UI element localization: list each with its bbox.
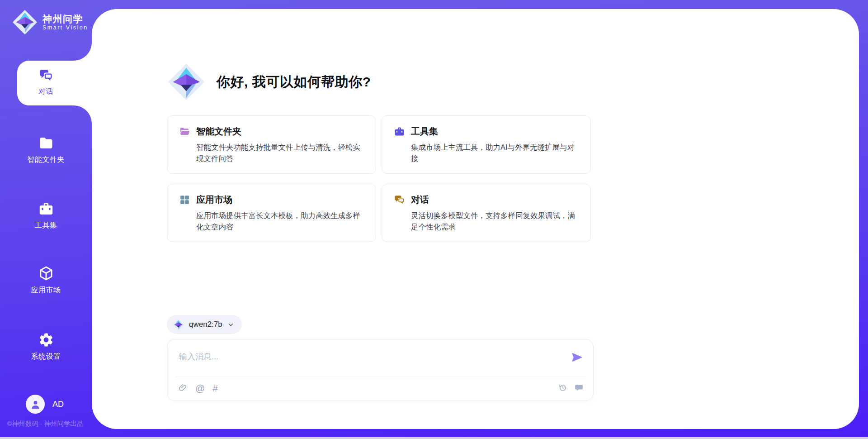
sidebar-item-label: 对话 <box>38 87 53 96</box>
card-title: 对话 <box>411 194 429 206</box>
card-smart-folders[interactable]: 智能文件夹 智能文件夹功能支持批量文件上传与清洗，轻松实现文件问答 <box>167 115 376 174</box>
model-gem-icon <box>172 319 184 331</box>
feature-cards: 智能文件夹 智能文件夹功能支持批量文件上传与清洗，轻松实现文件问答 工具集 集成… <box>167 115 591 242</box>
model-name: qwen2:7b <box>189 320 222 329</box>
sidebar-item-settings[interactable]: 系统设置 <box>0 332 92 362</box>
mention-icon[interactable]: @ <box>195 383 205 393</box>
card-description: 集成市场上主流工具，助力AI与外界无缝扩展与对接 <box>411 142 579 164</box>
card-app-market[interactable]: 应用市场 应用市场提供丰富长文本模板，助力高效生成多样化文章内容 <box>167 184 376 242</box>
composer-toolbar: @ # <box>178 383 218 393</box>
toolbox-icon <box>394 126 405 137</box>
copyright-text: ©神州数码 · 神州问学出品 <box>7 420 84 428</box>
sidebar-item-folders[interactable]: 智能文件夹 <box>0 135 92 165</box>
app-window: 神州问学 Smart Vision 对话 智能文件夹 工具集 应用市场 系统设置… <box>0 0 868 439</box>
card-description: 灵活切换多模型文件，支持多样回复效果调试，满足个性化需求 <box>411 210 579 233</box>
card-title: 工具集 <box>411 125 438 138</box>
folder-icon <box>38 135 54 151</box>
user-profile[interactable]: AD <box>26 395 64 414</box>
sidebar-item-tools[interactable]: 工具集 <box>0 200 92 230</box>
sidebar-item-label: 工具集 <box>35 221 57 230</box>
welcome-header: 你好, 我可以如何帮助你? <box>167 62 371 101</box>
model-selector[interactable]: qwen2:7b <box>167 315 242 334</box>
chat-bubbles-icon <box>38 68 53 83</box>
grid-icon <box>179 194 190 205</box>
chevron-down-icon <box>227 321 235 329</box>
chat-bubbles-icon <box>394 194 405 205</box>
paperclip-icon[interactable] <box>178 383 188 393</box>
greeting-title: 你好, 我可以如何帮助你? <box>217 73 371 91</box>
card-description: 应用市场提供丰富长文本模板，助力高效生成多样化文章内容 <box>196 210 364 233</box>
send-icon <box>571 351 584 364</box>
message-composer: @ # <box>167 339 594 401</box>
tab-fillet-top <box>74 43 92 61</box>
card-description: 智能文件夹功能支持批量文件上传与清洗，轻松实现文件问答 <box>196 142 364 164</box>
brand-gem-logo-icon <box>12 9 38 35</box>
brand-subtitle: Smart Vision <box>42 24 88 31</box>
message-bubble-icon[interactable] <box>574 383 584 392</box>
gear-icon <box>38 332 54 348</box>
message-input[interactable] <box>178 347 537 367</box>
hashtag-icon[interactable]: # <box>212 383 218 393</box>
card-toolset[interactable]: 工具集 集成市场上主流工具，助力AI与外界无缝扩展与对接 <box>382 115 591 174</box>
toolbox-icon <box>38 200 54 217</box>
sidebar-item-label: 系统设置 <box>31 352 61 362</box>
card-title: 智能文件夹 <box>196 125 241 138</box>
person-icon <box>29 398 42 410</box>
sidebar-item-market[interactable]: 应用市场 <box>0 265 92 295</box>
folder-open-icon <box>179 126 190 137</box>
avatar <box>26 395 45 414</box>
bottom-edge-strip <box>0 437 868 439</box>
sidebar-item-label: 智能文件夹 <box>27 155 65 165</box>
card-title: 应用市场 <box>196 194 232 206</box>
composer-right-tools <box>558 383 584 392</box>
sidebar-item-label: 应用市场 <box>31 286 61 295</box>
sidebar-item-chat[interactable]: 对话 <box>0 68 92 96</box>
brand: 神州问学 Smart Vision <box>12 9 88 35</box>
cube-icon <box>38 265 54 282</box>
composer-divider <box>175 377 585 377</box>
history-icon[interactable] <box>558 383 567 392</box>
welcome-gem-logo-icon <box>167 62 206 101</box>
tab-fillet-bottom <box>74 105 92 124</box>
brand-name: 神州问学 <box>42 14 88 24</box>
card-chat[interactable]: 对话 灵活切换多模型文件，支持多样回复效果调试，满足个性化需求 <box>382 184 591 242</box>
user-initials: AD <box>52 400 64 409</box>
send-button[interactable] <box>571 351 584 364</box>
